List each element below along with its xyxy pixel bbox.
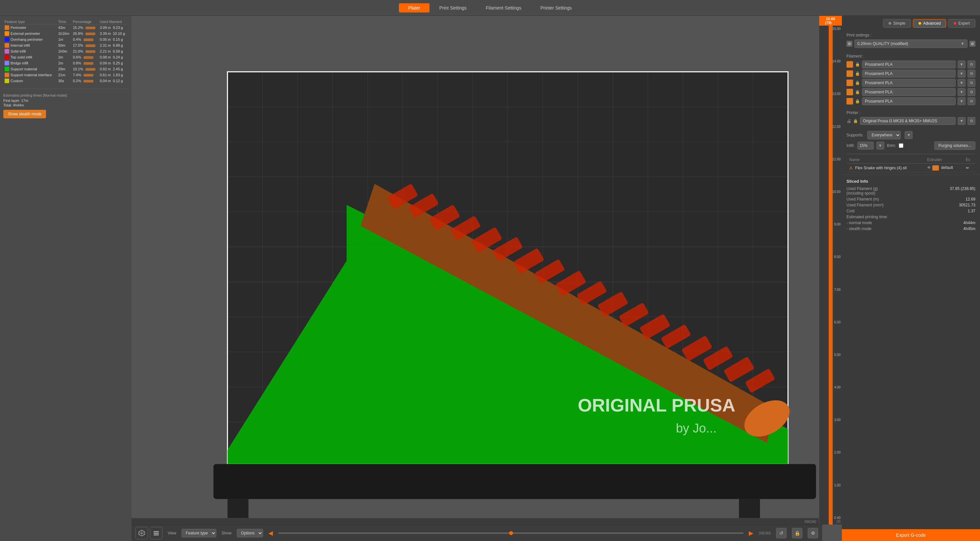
filament-color-3 bbox=[846, 89, 853, 95]
advanced-label: Advanced bbox=[923, 21, 940, 25]
expert-mode-button[interactable]: Expert bbox=[948, 19, 975, 28]
feature-table-row: Bridge infill 2m 0.8% 0.09 m 0.25 g bbox=[3, 60, 128, 66]
objects-table: Name Extruder Ec ⚠ Flex Snake with hinge… bbox=[846, 156, 975, 173]
show-stealth-mode-button[interactable]: Show stealth mode bbox=[3, 110, 46, 118]
lock-icon[interactable]: 🔒 bbox=[792, 528, 802, 538]
nav-tab-print-settings[interactable]: Print Settings bbox=[430, 3, 476, 13]
printer-settings-btn[interactable]: ⚙ bbox=[967, 117, 975, 125]
sliced-info-title: Sliced Info bbox=[846, 179, 975, 184]
feature-color-box bbox=[5, 55, 9, 59]
nav-tab-plater[interactable]: Plater bbox=[399, 3, 430, 13]
advanced-dot bbox=[918, 22, 921, 25]
layer-slider[interactable] bbox=[278, 533, 743, 534]
feature-name-cell: Overhang perimeter bbox=[3, 36, 57, 43]
eye-icon[interactable]: 👁 bbox=[927, 165, 931, 170]
feature-pct: 7.4% bbox=[72, 72, 99, 78]
feature-color-box bbox=[5, 79, 9, 83]
options-select[interactable]: Options bbox=[237, 529, 263, 537]
sliced-stealth-mode: - stealth mode 4h45m bbox=[846, 227, 975, 231]
printer-dropdown-btn[interactable]: ▼ bbox=[958, 117, 966, 125]
feature-type-select[interactable]: Feature type bbox=[181, 529, 216, 537]
left-arrow[interactable]: ◀ bbox=[268, 530, 273, 537]
filament-settings-4[interactable]: ⚙ bbox=[967, 97, 975, 105]
advanced-mode-button[interactable]: Advanced bbox=[913, 19, 946, 28]
col-feature-type: Feature type bbox=[3, 19, 57, 25]
val-normal-mode: 4h44m bbox=[963, 221, 975, 225]
settings-icon[interactable]: ⚙ bbox=[846, 41, 853, 47]
sliced-info-section: Sliced Info Used Filament (g)(including … bbox=[842, 175, 980, 236]
svg-rect-58 bbox=[154, 533, 159, 534]
extruder-color bbox=[932, 165, 939, 171]
print-settings-label: Print settings : bbox=[846, 33, 975, 38]
feature-name: Top solid infill bbox=[11, 55, 32, 59]
filament-label: Filament : bbox=[846, 54, 975, 59]
export-gcode-button[interactable]: Export G-code bbox=[842, 529, 980, 541]
cube-view-icon[interactable] bbox=[135, 527, 148, 539]
infill-input[interactable] bbox=[858, 142, 874, 149]
feature-pct: 21.0% bbox=[72, 48, 99, 54]
feature-pct: 0.6% bbox=[72, 54, 99, 60]
feature-color-box bbox=[5, 43, 9, 48]
feature-time: 21m bbox=[57, 72, 72, 78]
supports-dropdown-btn[interactable]: ▼ bbox=[905, 131, 913, 139]
filament-lock-3: 🔒 bbox=[855, 90, 860, 94]
3d-viewport[interactable]: ORIGINAL PRUSA by Jo... 15.60 (79) + 15.… bbox=[132, 16, 842, 541]
viewport-svg: ORIGINAL PRUSA by Jo... bbox=[132, 16, 842, 541]
feature-time: 43m bbox=[57, 25, 72, 31]
feature-time: 29m bbox=[57, 66, 72, 72]
feature-name: Support material bbox=[11, 67, 37, 71]
ruler-top-value: 15.60 (79) + bbox=[819, 16, 842, 25]
feature-filament: 0.04 m 0.12 g bbox=[98, 78, 128, 84]
feature-name: Support material interface bbox=[11, 73, 52, 77]
sliced-filament-mm3: Used Filament (mm³) 30521.73 bbox=[846, 203, 975, 208]
simple-mode-button[interactable]: Simple bbox=[883, 19, 911, 28]
extruder-name: default bbox=[941, 165, 953, 170]
print-settings-gear[interactable]: ⚙ bbox=[969, 41, 975, 47]
top-navigation: Plater Print Settings Filament Settings … bbox=[0, 0, 980, 16]
val-filament-g: 37.85 (238.85) bbox=[950, 186, 975, 195]
feature-table-row: Support material 29m 10.1% 0.82 m 2.45 g bbox=[3, 66, 128, 72]
brim-checkbox[interactable] bbox=[899, 143, 904, 148]
filament-settings-0[interactable]: ⚙ bbox=[967, 60, 975, 68]
feature-time: 2m bbox=[57, 60, 72, 66]
feature-table-row: Solid infill 1h0m 21.0% 2.21 m 6.59 g bbox=[3, 48, 128, 54]
filament-dropdown-1[interactable]: ▼ bbox=[958, 70, 966, 78]
feature-pct: 26.8% bbox=[72, 30, 99, 36]
filament-settings-3[interactable]: ⚙ bbox=[967, 88, 975, 96]
filament-dropdown-4[interactable]: ▼ bbox=[958, 97, 966, 105]
filament-dropdown-2[interactable]: ▼ bbox=[958, 79, 966, 87]
objects-table-section: Name Extruder Ec ⚠ Flex Snake with hinge… bbox=[842, 154, 980, 175]
filament-dropdown-0[interactable]: ▼ bbox=[958, 60, 966, 68]
key-filament-mm3: Used Filament (mm³) bbox=[846, 203, 884, 208]
supports-select[interactable]: Everywhere bbox=[867, 131, 901, 140]
nav-tab-printer-settings[interactable]: Printer Settings bbox=[531, 3, 581, 13]
print-settings-dropdown[interactable]: 0.20mm QUALITY (modified) ▼ bbox=[854, 40, 967, 48]
feature-name-cell: External perimeter bbox=[3, 30, 57, 36]
filament-settings-1[interactable]: ⚙ bbox=[967, 70, 975, 78]
coord-right: 396260 bbox=[804, 520, 816, 524]
expert-dot bbox=[954, 22, 956, 25]
infill-chevron[interactable]: ▼ bbox=[877, 142, 884, 149]
settings-gear-icon[interactable]: ⚙ bbox=[808, 528, 818, 538]
filament-name-1: Prusament PLA bbox=[862, 70, 956, 78]
feature-name-cell: Custom bbox=[3, 78, 57, 84]
key-cost: Cost bbox=[846, 209, 855, 213]
rotate-reset-icon[interactable]: ↺ bbox=[776, 528, 787, 538]
feature-color-box bbox=[5, 25, 9, 30]
nav-tab-filament-settings[interactable]: Filament Settings bbox=[477, 3, 530, 13]
plus-btn[interactable]: + bbox=[834, 21, 836, 25]
purging-volumes-button[interactable]: Purging volumes... bbox=[934, 141, 975, 150]
layer-view-icon[interactable] bbox=[150, 527, 162, 539]
feature-name-cell: Support material interface bbox=[3, 72, 57, 78]
feature-pct: 0.4% bbox=[72, 36, 99, 43]
edit-icon[interactable]: ✏ bbox=[966, 166, 969, 170]
filament-row-1: 🔒 Prusament PLA ▼ ⚙ bbox=[846, 70, 975, 78]
filament-name-0: Prusament PLA bbox=[862, 60, 956, 68]
filament-settings-2[interactable]: ⚙ bbox=[967, 79, 975, 87]
filament-color-4 bbox=[846, 98, 853, 105]
print-settings-value: 0.20mm QUALITY (modified) bbox=[858, 41, 908, 46]
feature-table: Feature type Time Percentage Used filame… bbox=[3, 19, 128, 84]
feature-table-row: Top solid infill 2m 0.6% 0.08 m 0.24 g bbox=[3, 54, 128, 60]
right-arrow[interactable]: ▶ bbox=[749, 530, 753, 537]
filament-dropdown-3[interactable]: ▼ bbox=[958, 88, 966, 96]
